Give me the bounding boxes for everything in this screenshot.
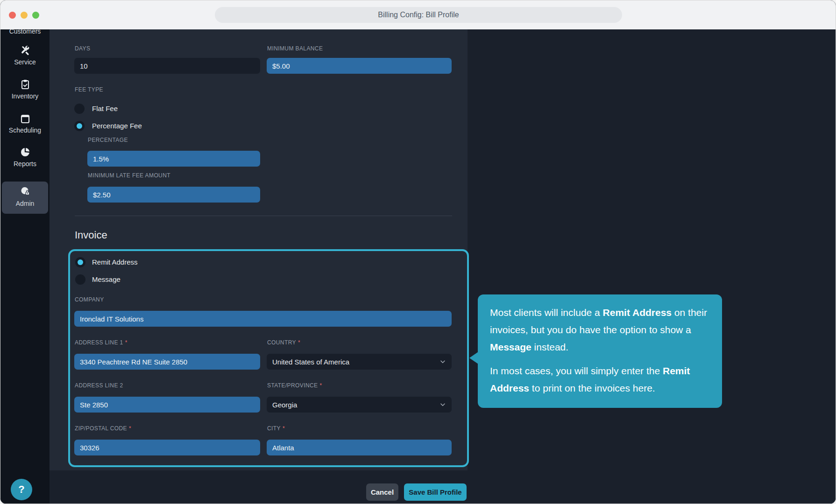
- company-input[interactable]: Ironclad IT Solutions: [74, 311, 452, 327]
- zip-postal-code-input[interactable]: 30326: [74, 440, 260, 455]
- days-value: 10: [80, 62, 88, 70]
- minimum-balance-value: $5.00: [272, 62, 290, 70]
- zip-postal-code-value: 30326: [80, 444, 99, 452]
- message-radio[interactable]: [75, 274, 85, 285]
- window-title: Billing Config: Bill Profile: [378, 11, 459, 19]
- country-label: COUNTRY*: [267, 339, 300, 346]
- tools-icon: [20, 45, 31, 56]
- window-title-pill: Billing Config: Bill Profile: [215, 7, 622, 23]
- fee-type-label: FEE TYPE: [75, 86, 103, 93]
- calendar-icon: [20, 113, 31, 124]
- sidebar-item-label: Service: [0, 58, 50, 66]
- sidebar-item-reports[interactable]: Reports: [0, 147, 50, 168]
- admin-lock-icon: [20, 186, 31, 197]
- percentage-label: PERCENTAGE: [88, 137, 128, 144]
- sidebar-item-label: Admin: [0, 200, 50, 207]
- save-bill-profile-button[interactable]: Save Bill Profile: [404, 483, 467, 501]
- city-input[interactable]: Atlanta: [267, 440, 452, 455]
- help-button[interactable]: ?: [11, 479, 32, 500]
- address-line-1-value: 3340 Peachtree Rd NE Suite 2850: [80, 358, 187, 366]
- sidebar-item-label: Reports: [0, 160, 50, 168]
- pie-chart-icon: [20, 147, 31, 158]
- percentage-input[interactable]: 1.5%: [87, 151, 260, 167]
- percentage-value: 1.5%: [93, 155, 109, 163]
- required-asterisk: *: [129, 425, 131, 432]
- minimize-window-button[interactable]: [21, 12, 28, 19]
- days-label: DAYS: [75, 45, 90, 52]
- country-value: United States of America: [272, 358, 349, 366]
- state-province-select[interactable]: Georgia: [267, 397, 452, 413]
- flat-fee-radio-label[interactable]: Flat Fee: [92, 105, 118, 113]
- tooltip-arrow: [469, 352, 478, 364]
- state-province-value: Georgia: [272, 401, 297, 409]
- minimum-balance-label: MINIMUM BALANCE: [267, 45, 323, 52]
- sidebar-item-service[interactable]: Service: [0, 45, 50, 66]
- days-input[interactable]: 10: [74, 58, 260, 74]
- company-label: COMPANY: [75, 296, 104, 303]
- remit-address-radio[interactable]: [75, 257, 85, 267]
- chevron-down-icon: [439, 401, 446, 408]
- sidebar-item-label: Scheduling: [0, 126, 50, 134]
- remit-address-radio-label[interactable]: Remit Address: [92, 258, 138, 266]
- app-window: Billing Config: Bill Profile Customers S…: [0, 0, 836, 504]
- country-select[interactable]: United States of America: [267, 354, 452, 370]
- message-radio-label[interactable]: Message: [92, 275, 120, 284]
- chevron-down-icon: [439, 358, 446, 365]
- minimum-balance-input[interactable]: $5.00: [267, 58, 452, 74]
- required-asterisk: *: [320, 382, 322, 389]
- required-asterisk: *: [125, 339, 128, 346]
- sidebar-item-scheduling[interactable]: Scheduling: [0, 113, 50, 134]
- required-asterisk: *: [298, 339, 300, 346]
- help-button-label: ?: [18, 483, 24, 496]
- tooltip-paragraph: Most clients will include a Remit Addres…: [490, 304, 708, 356]
- sidebar-item-inventory[interactable]: Inventory: [0, 79, 50, 100]
- required-asterisk: *: [283, 425, 285, 432]
- state-province-label: STATE/PROVINCE*: [267, 382, 322, 389]
- zoom-window-button[interactable]: [32, 12, 39, 19]
- percentage-fee-radio[interactable]: [74, 121, 85, 131]
- company-value: Ironclad IT Solutions: [80, 315, 143, 323]
- clipboard-check-icon: [20, 79, 31, 90]
- sidebar-item-admin[interactable]: Admin: [0, 186, 50, 207]
- sidebar-item-label: Inventory: [0, 92, 50, 100]
- sidebar: Customers Service Inventory: [0, 29, 50, 504]
- minimum-late-fee-input[interactable]: $2.50: [87, 187, 260, 203]
- cancel-button[interactable]: Cancel: [366, 483, 398, 501]
- address-line-2-input[interactable]: Ste 2850: [74, 397, 260, 413]
- section-divider: [75, 216, 452, 216]
- sidebar-item-label: Customers: [0, 29, 50, 35]
- title-bar: Billing Config: Bill Profile: [0, 0, 836, 29]
- address-line-1-input[interactable]: 3340 Peachtree Rd NE Suite 2850: [74, 354, 260, 370]
- tooltip-paragraph: In most cases, you will simply enter the…: [490, 362, 708, 397]
- invoice-heading: Invoice: [75, 229, 107, 241]
- zip-postal-code-label: ZIP/POSTAL CODE*: [75, 425, 131, 432]
- sidebar-item-customers[interactable]: Customers: [0, 29, 50, 35]
- city-label: CITY*: [267, 425, 285, 432]
- city-value: Atlanta: [272, 444, 294, 452]
- flat-fee-radio[interactable]: [74, 104, 85, 114]
- tooltip-callout: Most clients will include a Remit Addres…: [478, 294, 722, 408]
- close-window-button[interactable]: [9, 12, 16, 19]
- percentage-fee-radio-label[interactable]: Percentage Fee: [92, 122, 142, 130]
- address-line-1-label: ADDRESS LINE 1*: [75, 339, 128, 346]
- address-line-2-label: ADDRESS LINE 2: [75, 382, 123, 389]
- minimum-late-fee-label: MINIMUM LATE FEE AMOUNT: [88, 172, 170, 179]
- address-line-2-value: Ste 2850: [80, 401, 108, 409]
- minimum-late-fee-value: $2.50: [93, 191, 111, 199]
